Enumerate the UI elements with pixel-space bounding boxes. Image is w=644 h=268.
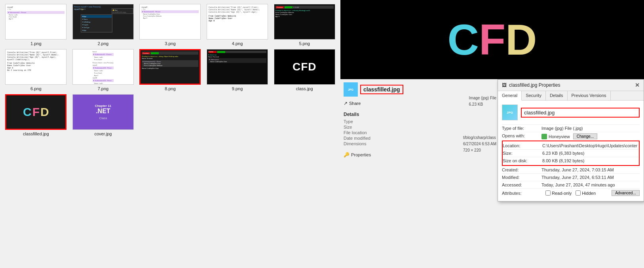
file-thumbnail[interactable]: Prashant ... 9:18 AM Prashant is dotnet … [274,4,335,40]
dialog-tabs: General Security Details Previous Versio… [498,91,644,101]
file-grid: myself ✓ 0.0 ▼ Submission#1→Person Name … [4,4,336,136]
detail-label: File location [344,130,367,135]
file-title: classfilled.jpg [360,85,403,94]
cfd-dark-thumb: CFD [274,49,335,84]
file-name-label: 7.png [98,86,109,91]
file-thumbnail-selected[interactable]: Prashant ... Prashant is dotnet run --de… [139,49,201,85]
tab-general[interactable]: General [498,91,522,101]
properties-label: Properties [351,152,371,157]
file-thumbnail[interactable]: Console.WriteLine("From {0}",myself.From… [207,4,268,40]
extra-info-top: Image (jpg) File6.23 KB [469,95,496,108]
readonly-checkbox-label[interactable]: Read-only [545,190,572,196]
props-row-size: Size: 6.23 KB (6,383 bytes) [503,149,639,157]
file-name-label: cover.jpg [94,131,112,136]
file-thumbnail[interactable]: CFD [274,49,335,85]
dialog-file-icon: JPG [502,105,518,120]
advanced-button[interactable]: Advanced... [612,190,640,196]
highlighted-rows: Location: C:\Users\Prashant\Desktop\Hugo… [502,141,640,166]
file-details-area: JPG classfilled.jpg ↗ Share Details Type… [340,79,644,268]
file-thumbnail[interactable]: Console.WriteLine("From {0}",myself.From… [5,49,66,85]
props-row-accessed: Accessed: Today, June 27, 2024, 47 minut… [502,181,640,188]
dialog-icon: 🖼 [502,82,507,88]
attrs-label: Attributes: [502,191,541,196]
list-item[interactable]: Chapter 11 .NET Class cover.jpg [71,94,135,136]
extra-info-bottom: t/blog/csharp/class6/27/2024 6:53 AM720 … [463,135,496,154]
file-thumbnail[interactable]: myself ✓ 0.0 ▼ Submission#1→Person Name … [5,4,66,40]
list-item[interactable]: Prashant ... Prashant is dotnet run --de… [138,49,202,91]
detail-label: Dimensions [344,141,366,146]
hidden-checkbox-label[interactable]: Hidden [576,190,596,196]
change-button[interactable]: Change... [573,133,597,139]
cfd-letter-f: F [479,18,505,61]
props-label: Opens with: [502,133,541,138]
cover-thumb: Chapter 11 .NET Class [73,95,133,129]
opens-with-app: Honeyview [549,134,570,139]
file-name-label: 1.png [30,41,42,46]
dialog-filename[interactable]: classfilled.jpg [521,108,640,118]
detail-label: Type [344,119,353,124]
file-thumbnail-selected[interactable]: C F D [5,94,66,130]
file-thumbnail[interactable]: Person myself = new Person(); myself.Age… [72,4,134,40]
file-thumbnail[interactable]: Prashant ... $ dotnet run Name Terminal … [207,49,268,85]
list-item[interactable]: Prashant ... 9:18 AM Prashant is dotnet … [272,4,336,46]
share-label: Share [349,101,361,106]
props-label: Type of file: [502,126,541,131]
hidden-checkbox[interactable] [576,190,581,196]
dialog-body: JPG classfilled.jpg Type of file: Image … [498,101,644,201]
props-label: Size on disk: [503,158,542,163]
file-name-label: 9.png [232,86,243,91]
properties-button[interactable]: 🔑 Properties [344,152,423,158]
file-info-left: JPG classfilled.jpg ↗ Share Details Type… [344,82,423,265]
dialog-file-row: JPG classfilled.jpg [502,105,640,120]
props-label: Size: [503,151,542,156]
list-item[interactable]: Prashant ... $ dotnet run Name Terminal … [205,49,270,91]
props-attrs-row: Attributes: Read-only Hidden Advanced... [502,188,640,197]
file-name-label: classfilled.jpg [23,131,49,136]
detail-size: Size [344,124,423,130]
props-value: Image (jpg) File (.jpg) [541,126,640,131]
list-item[interactable]: Console.WriteLine("From {0}",myself.From… [4,49,68,91]
props-value: Thursday, June 27, 2024, 7:03:15 AM [541,167,640,172]
tab-details[interactable]: Details [546,91,568,100]
properties-dialog: 🖼 classfilled.jpg Properties ✕ General S… [498,79,644,201]
big-image-preview: C F D [340,0,644,79]
list-item[interactable]: C F D classfilled.jpg [4,94,68,136]
file-thumbnail[interactable]: freind ▼ Submission#1→Person Name <null>… [72,49,134,85]
file-grid-panel: myself ✓ 0.0 ▼ Submission#1→Person Name … [0,0,340,268]
file-thumbnail[interactable]: myself ✓ 0.0 ▼ Submission#1→Person Name … [139,4,201,40]
file-thumbnail[interactable]: Chapter 11 .NET Class [72,94,134,130]
cfd-colored-thumb: C F D [6,95,65,129]
detail-label: Size [344,125,352,129]
readonly-label: Read-only [552,191,572,196]
share-icon: ↗ [344,101,348,106]
props-row-opens-with: Opens with: Honeyview Change... [502,132,640,141]
dialog-close-button[interactable]: ✕ [635,82,640,88]
list-item[interactable]: freind ▼ Submission#1→Person Name <null>… [71,49,135,91]
props-row-size-on-disk: Size on disk: 8.00 KB (8,192 bytes) [503,157,639,164]
props-value: Honeyview Change... [541,133,640,139]
list-item[interactable]: Person myself = new Person(); myself.Age… [71,4,135,46]
share-button[interactable]: ↗ Share [344,101,423,106]
extra-info-right: Image (jpg) File6.23 KB [469,95,496,108]
dialog-titlebar: 🖼 classfilled.jpg Properties ✕ [498,80,644,91]
readonly-checkbox[interactable] [545,190,551,196]
right-panel: C F D JPG classfilled.jpg ↗ Share Detail… [340,0,644,268]
props-value: Thursday, June 27, 2024, 6:53:11 AM [541,175,640,180]
detail-label: Date modified [344,136,370,141]
props-value: Today, June 27, 2024, 47 minutes ago [541,182,640,187]
list-item[interactable]: myself ✓ 0.0 ▼ Submission#1→Person Name … [4,4,68,46]
detail-dimensions: Dimensions [344,141,423,146]
list-item[interactable]: Console.WriteLine("From {0}",myself.From… [205,4,270,46]
props-row-created: Created: Thursday, June 27, 2024, 7:03:1… [502,166,640,173]
file-type-icon: JPG [344,82,358,97]
list-item[interactable]: myself ✓ 0.0 ▼ Submission#1→Person Name … [138,4,202,46]
hidden-label: Hidden [582,191,596,196]
file-name-label: 8.png [165,86,176,91]
dialog-title: classfilled.jpg Properties [509,82,560,88]
file-name-label: 6.png [30,86,42,91]
list-item[interactable]: CFD class.jpg [272,49,336,91]
props-row-location: Location: C:\Users\Prashant\Desktop\Hugo… [503,142,639,149]
tab-previous-versions[interactable]: Previous Versions [568,91,611,100]
file-name-label: 4.png [232,41,243,46]
tab-security[interactable]: Security [522,91,546,100]
